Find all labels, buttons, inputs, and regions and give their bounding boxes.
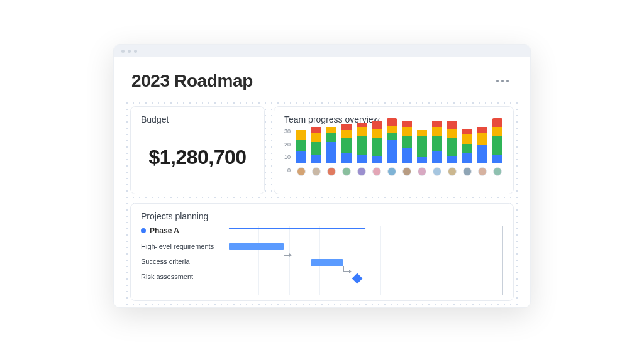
member-avatar[interactable] (327, 167, 336, 176)
chart-bar-segment (341, 153, 352, 163)
member-avatar[interactable] (312, 167, 321, 176)
chart-bar-stack (326, 118, 336, 163)
chart-bar-segment (296, 140, 306, 151)
chart-bar-column[interactable] (447, 118, 458, 176)
chart-bar-segment (432, 151, 442, 163)
more-menu-button[interactable] (492, 76, 513, 86)
member-avatar[interactable] (357, 167, 366, 176)
traffic-light-dot (121, 50, 125, 53)
chart-bar-segment (492, 127, 502, 136)
chart-bar-segment (372, 138, 382, 156)
chart-bar-segment (296, 151, 306, 163)
chart-bar-segment (447, 121, 457, 129)
chart-bar-segment (326, 133, 336, 142)
member-avatar[interactable] (387, 167, 396, 176)
chart-bar-segment (357, 155, 367, 163)
chart-bar-segment (387, 126, 397, 133)
page-title: 2023 Roadmap (131, 71, 253, 91)
chart-bar-segment (296, 130, 306, 139)
chart-bar-column[interactable] (296, 118, 307, 176)
chart-bar-column[interactable] (416, 118, 428, 176)
traffic-light-dot (134, 50, 137, 53)
chart-bar-column[interactable] (386, 118, 397, 176)
y-tick: 10 (284, 154, 291, 160)
member-avatar[interactable] (418, 167, 426, 176)
chart-y-axis: 30 20 10 0 (284, 128, 294, 173)
gantt-task-label: Risk assessment (141, 273, 229, 280)
chart-bar-segment (492, 155, 502, 163)
chart-bar-column[interactable] (492, 118, 503, 176)
chart-bar-column[interactable] (431, 118, 443, 176)
member-avatar[interactable] (448, 167, 457, 176)
chart-bar-segment (402, 121, 412, 128)
chart-bar-column[interactable] (341, 118, 352, 176)
window-titlebar (114, 45, 530, 57)
chart-bar-segment (402, 148, 412, 163)
chart-bar-segment (341, 124, 352, 131)
chart-bar-stack (462, 118, 472, 163)
chart-bar-segment (417, 157, 427, 163)
ellipsis-icon (496, 80, 499, 82)
chart-bar-segment (357, 127, 367, 136)
gantt-bar[interactable] (311, 259, 343, 266)
y-tick: 0 (284, 167, 291, 173)
ellipsis-icon (501, 80, 504, 82)
member-avatar[interactable] (372, 167, 381, 176)
chart-bar-segment (387, 140, 397, 163)
gantt-bar[interactable] (229, 243, 284, 250)
chart-bar-segment (326, 127, 336, 133)
chart-bar-segment (462, 129, 472, 135)
budget-card-title: Budget (141, 114, 254, 124)
gantt-progress-bar (229, 228, 365, 229)
chart-bar-column[interactable] (462, 118, 473, 176)
member-avatar[interactable] (297, 167, 306, 176)
member-avatar[interactable] (402, 167, 411, 176)
member-avatar[interactable] (478, 167, 487, 176)
budget-card[interactable]: Budget $1,280,700 (130, 106, 265, 194)
dashboard-canvas[interactable]: Budget $1,280,700 Team progress overview… (124, 100, 520, 306)
chart-bar-stack (311, 118, 321, 163)
gantt-canvas (229, 226, 503, 295)
chart-bar-stack (432, 118, 442, 163)
member-avatar[interactable] (433, 167, 441, 176)
chart-bar-stack (296, 118, 306, 163)
chart-bar-segment (372, 121, 382, 129)
team-progress-card[interactable]: Team progress overview 30 20 10 0 (274, 106, 514, 194)
gantt-dependency-arrow (343, 266, 352, 275)
chart-bar-stack (372, 118, 382, 163)
chart-bar-column[interactable] (356, 118, 367, 176)
member-avatar[interactable] (493, 167, 502, 176)
chart-bar-column[interactable] (311, 118, 322, 176)
chart-bar-stack (357, 118, 367, 163)
budget-amount: $1,280,700 (141, 146, 254, 169)
gantt-task-label: High-level requirements (141, 243, 229, 250)
chart-bar-segment (417, 136, 427, 158)
chart-bars (294, 128, 503, 176)
chart-bar-column[interactable] (401, 118, 413, 176)
chart-bar-stack (402, 118, 412, 163)
member-avatar[interactable] (342, 167, 351, 176)
chart-bar-segment (402, 136, 412, 148)
chart-bar-segment (477, 127, 487, 133)
chart-bar-column[interactable] (371, 118, 382, 176)
chart-bar-segment (387, 118, 397, 126)
chart-bar-segment (311, 133, 321, 142)
chart-bar-stack (417, 118, 427, 163)
member-avatar[interactable] (463, 167, 472, 176)
chart-bar-segment (311, 155, 321, 163)
app-window: 2023 Roadmap Budget $1,280,700 Team prog… (113, 44, 531, 308)
projects-planning-card[interactable]: Projects planning Phase A High-level req… (130, 203, 514, 301)
chart-bar-segment (492, 118, 502, 127)
ellipsis-icon (506, 80, 509, 82)
gantt-labels: Phase A High-level requirements Success … (141, 226, 229, 295)
chart-bar-segment (341, 138, 352, 153)
chart-bar-segment (387, 133, 397, 140)
chart-bar-column[interactable] (477, 118, 488, 176)
chart-bar-segment (447, 129, 457, 138)
gantt-phase-row[interactable]: Phase A (141, 226, 229, 235)
chart-bar-segment (462, 153, 472, 163)
chart-bar-segment (447, 138, 457, 156)
chart-bar-segment (372, 156, 382, 163)
chart-bar-segment (477, 133, 487, 145)
chart-bar-column[interactable] (326, 118, 337, 176)
